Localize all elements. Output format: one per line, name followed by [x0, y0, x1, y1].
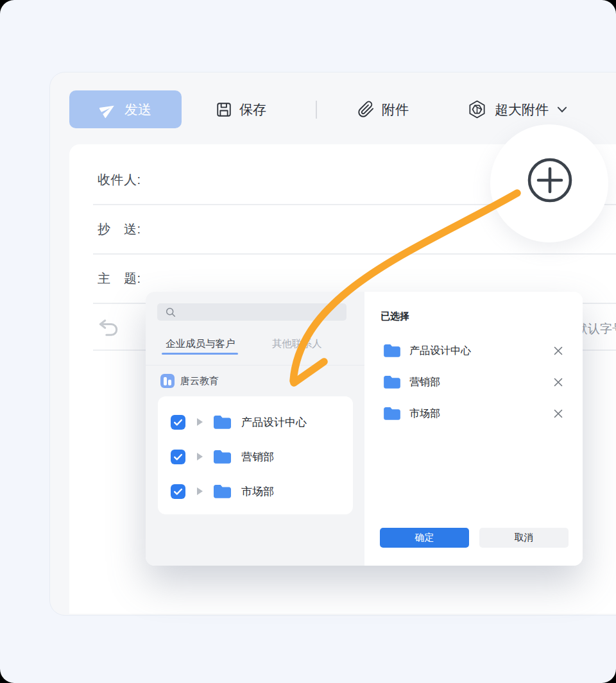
company-name: 唐云教育 [180, 375, 219, 387]
selected-row: 营销部 [364, 367, 583, 398]
group-row-product-design[interactable]: 产品设计中心 [158, 405, 353, 439]
folder-icon [214, 416, 231, 429]
undo-button[interactable] [98, 316, 121, 339]
expand-caret-icon[interactable] [197, 487, 203, 495]
selected-label: 营销部 [409, 376, 553, 389]
email-compose-screen: 发送 保存 附件 超大附件 [0, 0, 616, 683]
remove-icon[interactable] [553, 346, 563, 356]
large-attachment-icon [466, 99, 488, 120]
selected-title: 已选择 [381, 310, 409, 323]
group-row-marketing[interactable]: 营销部 [158, 439, 353, 474]
company-row[interactable]: 唐云教育 [160, 374, 219, 388]
tab-other-contacts[interactable]: 其他联系人 [272, 337, 322, 351]
group-label: 市场部 [241, 484, 274, 499]
subject-label: 主 题: [98, 270, 141, 287]
checkbox-checked[interactable] [171, 415, 185, 430]
save-icon [216, 101, 232, 118]
checkbox-checked[interactable] [171, 484, 185, 499]
large-attachment-label: 超大附件 [495, 101, 549, 119]
company-icon [160, 374, 175, 388]
save-button[interactable]: 保存 [216, 90, 266, 128]
cc-label: 抄 送: [98, 221, 141, 238]
active-tab-underline [162, 353, 238, 355]
tab-members-and-clients[interactable]: 企业成员与客户 [166, 337, 235, 351]
add-contact-button[interactable] [524, 155, 576, 206]
folder-icon [384, 376, 400, 389]
send-label: 发送 [124, 101, 151, 119]
group-row-market[interactable]: 市场部 [158, 474, 353, 509]
send-icon [99, 101, 117, 118]
to-label: 收件人: [98, 171, 141, 189]
selected-row: 市场部 [364, 398, 583, 429]
contact-picker-dialog: 企业成员与客户 其他联系人 唐云教育 产品设计中心 [146, 292, 583, 566]
remove-icon[interactable] [553, 409, 563, 419]
toolbar-divider [316, 101, 317, 119]
confirm-button[interactable]: 确定 [380, 528, 469, 548]
expand-caret-icon[interactable] [197, 418, 203, 426]
group-label: 营销部 [241, 450, 274, 464]
selected-label: 产品设计中心 [409, 344, 553, 358]
folder-icon [214, 485, 231, 498]
selected-label: 市场部 [409, 407, 553, 421]
folder-icon [384, 407, 400, 420]
search-icon [166, 307, 176, 317]
remove-icon[interactable] [553, 377, 563, 387]
tab-bar-divider [146, 365, 364, 366]
paperclip-icon [357, 101, 375, 118]
group-list: 产品设计中心 营销部 市场部 [158, 396, 353, 514]
picker-selected-panel: 已选择 产品设计中心 营销部 市场部 确定 取消 [364, 292, 583, 566]
chevron-down-icon [557, 106, 567, 113]
subject-input[interactable] [160, 264, 616, 292]
save-label: 保存 [239, 101, 266, 119]
picker-left-panel: 企业成员与客户 其他联系人 唐云教育 产品设计中心 [146, 292, 364, 566]
checkbox-checked[interactable] [171, 450, 185, 464]
folder-icon [384, 344, 400, 357]
expand-caret-icon[interactable] [197, 453, 203, 460]
selected-row: 产品设计中心 [364, 335, 583, 366]
large-attachment-button[interactable]: 超大附件 [466, 90, 567, 128]
attachment-button[interactable]: 附件 [357, 90, 409, 128]
cancel-button[interactable]: 取消 [479, 528, 569, 548]
send-button[interactable]: 发送 [69, 90, 182, 128]
group-label: 产品设计中心 [241, 415, 307, 430]
attachment-label: 附件 [382, 101, 409, 119]
search-input[interactable] [157, 303, 346, 321]
cc-underline [93, 253, 616, 255]
folder-icon [214, 450, 231, 464]
